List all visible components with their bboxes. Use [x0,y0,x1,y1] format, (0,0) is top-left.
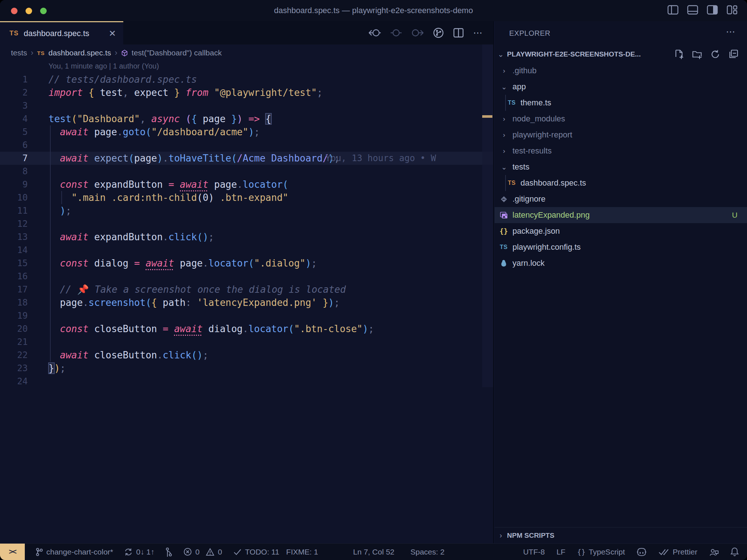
code-line-18[interactable]: 18 page.screenshot({ path: 'latencyExpan… [0,296,493,309]
explorer-item-yarn.lock[interactable]: yarn.lock [495,255,747,271]
explorer-item-package.json[interactable]: {}package.json [495,223,747,239]
editor-scrollbar[interactable] [482,44,493,387]
breadcrumb: tests › TS dashboard.spec.ts › test("Das… [11,44,222,61]
code-line-2[interactable]: 2import { test, expect } from "@playwrig… [0,86,493,99]
code-line-15[interactable]: 15 const dialog = await page.locator(".d… [0,257,493,270]
toggle-primary-sidebar-icon[interactable] [667,5,678,15]
check-icon [233,548,242,556]
explorer-item-playwright-report[interactable]: ›playwright-report [495,127,747,143]
file-tree: ›.github⌄appTStheme.ts›node_modules›play… [495,63,747,271]
line-content: ".main .card:nth-child(0) .btn-expand" [49,191,288,204]
tab-close-icon[interactable]: ✕ [109,28,116,39]
code-line-23[interactable]: 23}); [0,362,493,375]
line-content: ); [49,204,71,217]
explorer-item-app[interactable]: ⌄app [495,79,747,95]
explorer-item-dashboard.spec.ts[interactable]: TSdashboard.spec.ts [495,175,747,191]
chevron-right-icon: › [499,67,509,75]
code-line-17[interactable]: 17 // 📌 Take a screenshot once the dialo… [0,283,493,296]
breadcrumb-folder[interactable]: tests [11,48,27,57]
copilot-icon[interactable] [636,548,647,556]
chevron-right-icon: › [495,531,507,540]
tab-dashboard-spec[interactable]: TS dashboard.spec.ts ✕ [0,21,123,44]
code-line-24[interactable]: 24 [0,375,493,388]
line-content: // tests/dashboard.spec.ts [49,73,197,86]
new-file-icon[interactable] [675,50,684,59]
file-name: dashboard.spec.ts [520,178,586,188]
indentation-setting[interactable]: Spaces: 2 [410,548,444,556]
code-line-8[interactable]: 8 [0,165,493,178]
commit-graph-icon[interactable] [165,547,173,557]
code-line-7[interactable]: 7 await expect(page).toHaveTitle(/Acme D… [0,152,493,165]
explorer-item-tests[interactable]: ⌄tests [495,159,747,175]
code-line-10[interactable]: 10 ".main .card:nth-child(0) .btn-expand… [0,191,493,204]
code-line-22[interactable]: 22 await closeButton.click(); [0,349,493,362]
explorer-item-.github[interactable]: ›.github [495,63,747,79]
explorer-item-.gitignore[interactable]: .gitignore [495,191,747,207]
code-line-3[interactable]: 3 [0,99,493,112]
todo-status[interactable]: TODO: 11 FIXME: 1 [233,548,318,556]
code-line-19[interactable]: 19 [0,309,493,322]
new-folder-icon[interactable] [692,50,702,59]
go-back-icon[interactable] [369,28,381,38]
prev-change-icon[interactable] [391,28,402,38]
cursor-position[interactable]: Ln 7, Col 52 [353,548,394,556]
npm-scripts-section[interactable]: › NPM SCRIPTS [495,527,747,543]
code-line-11[interactable]: 11 ); [0,204,493,217]
eol-setting[interactable]: LF [557,548,566,556]
breadcrumb-file[interactable]: dashboard.spec.ts [49,48,111,57]
vscode-window: dashboard.spec.ts — playwright-e2e-scree… [0,0,747,560]
git-branch-icon [36,548,43,556]
code-line-6[interactable]: 6 [0,139,493,152]
breadcrumb-symbol[interactable]: test("Dashboard") callback [132,48,222,57]
line-number: 6 [0,139,28,152]
encoding-setting[interactable]: UTF-8 [523,548,545,556]
code-line-5[interactable]: 5 await page.goto("/dashboard/acme"); [0,125,493,139]
code-line-20[interactable]: 20 const closeButton = await dialog.loca… [0,322,493,335]
code-line-16[interactable]: 16 [0,270,493,283]
git-sync-status[interactable]: 0↓ 1↑ [124,548,154,556]
toggle-secondary-sidebar-icon[interactable] [707,5,718,15]
warning-icon [206,548,214,556]
line-number: 11 [0,204,28,217]
gitlens-file-blame[interactable]: You, 1 minute ago | 1 author (You) [49,62,159,73]
language-mode[interactable]: {} TypeScript [577,548,625,556]
code-line-9[interactable]: 9 const expandButton = await page.locato… [0,178,493,191]
explorer-section-header[interactable]: ⌄ PLAYWRIGHT-E2E-SCREENSHOTS-DE... [495,46,747,63]
customize-layout-icon[interactable] [727,5,738,15]
toggle-panel-icon[interactable] [687,5,698,15]
line-number: 7 [0,152,28,165]
code-line-1[interactable]: 1// tests/dashboard.spec.ts [0,73,493,86]
explorer-item-node_modules[interactable]: ›node_modules [495,111,747,127]
error-icon [183,548,192,556]
collapse-all-icon[interactable] [729,50,738,59]
split-editor-icon[interactable] [453,28,464,38]
code-line-13[interactable]: 13 await expandButton.click(); [0,230,493,244]
refresh-icon[interactable] [711,50,720,59]
line-number: 20 [0,322,28,335]
code-line-12[interactable]: 12 [0,217,493,230]
notifications-bell-icon[interactable] [730,547,739,557]
next-change-icon[interactable] [411,28,423,38]
file-name: tests [512,162,529,172]
code-line-4[interactable]: 4test("Dashboard", async ({ page }) => { [0,112,493,125]
code-line-14[interactable]: 14 [0,244,493,257]
line-content: }); [49,362,66,375]
status-bar: >< change-chart-color* 0↓ 1↑ 0 0 TODO: 1… [0,543,747,560]
formatter-status[interactable]: Prettier [658,548,697,556]
timeline-icon[interactable] [433,27,444,38]
code-area[interactable]: 1// tests/dashboard.spec.ts2import { tes… [0,73,493,394]
more-actions-icon[interactable]: ⋯ [473,27,484,39]
git-branch-status[interactable]: change-chart-color* [36,548,113,556]
explorer-item-latencyExpanded.png[interactable]: latencyExpanded.pngU [495,207,747,223]
explorer-more-actions-icon[interactable]: ⋯ [726,26,736,38]
code-line-21[interactable]: 21 [0,335,493,349]
problems-status[interactable]: 0 0 [183,548,222,556]
feedback-icon[interactable] [709,548,719,556]
line-content: const closeButton = await dialog.locator… [49,322,374,335]
line-content: const expandButton = await page.locator( [49,178,289,191]
explorer-item-playwright.config.ts[interactable]: TSplaywright.config.ts [495,239,747,255]
explorer-item-test-results[interactable]: ›test-results [495,143,747,159]
explorer-item-theme.ts[interactable]: TStheme.ts [495,95,747,111]
file-name: playwright-report [512,130,572,140]
remote-indicator[interactable]: >< [0,544,25,560]
